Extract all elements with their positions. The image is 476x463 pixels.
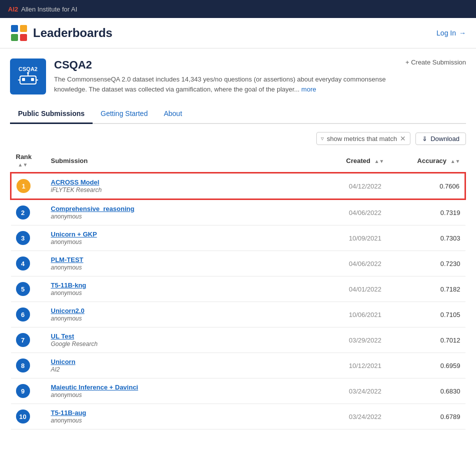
header-title: Leaderboards <box>33 26 113 40</box>
rank-cell: 2 <box>11 200 46 226</box>
accuracy-cell: 0.7012 <box>405 328 465 353</box>
table-row[interactable]: 7UL TestGoogle Research03/29/20220.7012 <box>11 328 465 353</box>
download-button[interactable]: ⇓ Download <box>415 132 466 145</box>
submission-org: anonymous <box>51 315 82 322</box>
submission-org: iFLYTEK Research <box>51 186 102 194</box>
created-date: 04/06/2022 <box>349 209 381 216</box>
accuracy-cell: 0.6830 <box>405 378 465 404</box>
submission-org: anonymous <box>51 290 82 296</box>
submission-cell[interactable]: UnicornAI2 <box>46 353 325 378</box>
table-header: Rank ▲▼ Submission Created ▲▼ Accuracy ▲… <box>11 149 465 173</box>
col-rank-header[interactable]: Rank ▲▼ <box>11 149 46 173</box>
submission-name[interactable]: Comprehensive_reasoning <box>51 205 320 212</box>
svg-rect-0 <box>11 25 18 32</box>
submission-name[interactable]: Unicorn + GKP <box>51 230 320 238</box>
dataset-more-link[interactable]: more <box>301 86 316 93</box>
accuracy-value: 0.7303 <box>440 234 460 242</box>
create-submission-button[interactable]: + Create Submission <box>405 58 466 66</box>
submission-name[interactable]: T5-11B-aug <box>51 409 320 416</box>
submission-cell[interactable]: T5-11B-knganonymous <box>46 276 325 302</box>
accuracy-value: 0.6959 <box>440 362 460 370</box>
created-cell: 04/06/2022 <box>325 200 405 226</box>
created-cell: 10/09/2021 <box>325 226 405 251</box>
leaderboard-table: Rank ▲▼ Submission Created ▲▼ Accuracy ▲… <box>10 149 466 430</box>
toolbar: ▿ show metrics that match ✕ ⇓ Download <box>10 132 466 145</box>
created-date: 10/06/2021 <box>349 311 381 318</box>
rank-cell: 5 <box>11 276 46 302</box>
svg-rect-6 <box>31 78 34 81</box>
submission-cell[interactable]: Unicorn2.0anonymous <box>46 302 325 328</box>
accuracy-value: 0.7182 <box>440 286 460 293</box>
submission-name[interactable]: Unicorn <box>51 358 320 366</box>
table-row[interactable]: 9Maieutic Inference + Davincianonymous03… <box>11 378 465 404</box>
table-row[interactable]: 10T5-11B-auganonymous03/24/20220.6789 <box>11 404 465 430</box>
dataset-description: The CommonsenseQA 2.0 dataset includes 1… <box>54 74 397 94</box>
submission-org: anonymous <box>51 238 82 246</box>
accuracy-cell: 0.6959 <box>405 353 465 378</box>
accuracy-value: 0.7606 <box>439 182 459 190</box>
tab-public-submissions[interactable]: Public Submissions <box>10 104 93 124</box>
rank-badge: 4 <box>16 256 30 270</box>
ai2-logo: AI2 <box>8 6 18 13</box>
submission-name[interactable]: Maieutic Inference + Davinci <box>51 384 320 391</box>
created-date: 10/12/2021 <box>349 362 381 370</box>
table-row[interactable]: 3Unicorn + GKPanonymous10/09/20210.7303 <box>11 226 465 251</box>
accuracy-cell: 0.7182 <box>405 276 465 302</box>
svg-rect-5 <box>22 78 25 81</box>
rank-badge: 7 <box>16 333 30 347</box>
rank-cell: 9 <box>11 378 46 404</box>
accuracy-value: 0.6830 <box>440 388 460 395</box>
col-accuracy-header[interactable]: Accuracy ▲▼ <box>405 149 465 173</box>
accuracy-cell: 0.7230 <box>405 251 465 276</box>
table-row[interactable]: 6Unicorn2.0anonymous10/06/20210.7105 <box>11 302 465 328</box>
rank-badge: 6 <box>16 308 30 322</box>
tab-about[interactable]: About <box>156 104 190 124</box>
table-row[interactable]: 8UnicornAI210/12/20210.6959 <box>11 353 465 378</box>
dataset-icon-label: CSQA2 <box>18 66 38 72</box>
created-cell: 10/12/2021 <box>325 353 405 378</box>
submission-name[interactable]: ACROSS Model <box>51 178 320 186</box>
filter-box[interactable]: ▿ show metrics that match ✕ <box>316 132 410 145</box>
submission-cell[interactable]: PLM-TESTanonymous <box>46 251 325 276</box>
login-button[interactable]: Log In → <box>436 29 466 37</box>
rank-cell: 8 <box>11 353 46 378</box>
rank-sort-icon: ▲▼ <box>18 162 28 168</box>
submission-cell[interactable]: UL TestGoogle Research <box>46 328 325 353</box>
tab-getting-started[interactable]: Getting Started <box>93 104 156 124</box>
submission-name[interactable]: UL Test <box>51 332 320 340</box>
accuracy-value: 0.7319 <box>440 209 460 216</box>
table-header-row: Rank ▲▼ Submission Created ▲▼ Accuracy ▲… <box>11 149 465 173</box>
rank-badge: 3 <box>16 231 30 245</box>
table-row[interactable]: 2Comprehensive_reasoninganonymous04/06/2… <box>11 200 465 226</box>
rank-cell: 7 <box>11 328 46 353</box>
submission-name[interactable]: Unicorn2.0 <box>51 307 320 314</box>
top-nav: AI2 Allen Institute for AI <box>0 0 476 18</box>
rank-badge: 1 <box>17 179 31 193</box>
submission-org: anonymous <box>51 392 82 398</box>
submission-cell[interactable]: Maieutic Inference + Davincianonymous <box>46 378 325 404</box>
dataset-info: CSQA2 The CommonsenseQA 2.0 dataset incl… <box>54 58 397 94</box>
submission-cell[interactable]: ACROSS ModeliFLYTEK Research <box>46 173 325 200</box>
table-row[interactable]: 4PLM-TESTanonymous04/06/20220.7230 <box>11 251 465 276</box>
submission-cell[interactable]: Unicorn + GKPanonymous <box>46 226 325 251</box>
col-created-header[interactable]: Created ▲▼ <box>325 149 405 173</box>
accuracy-cell: 0.6789 <box>405 404 465 430</box>
table-row[interactable]: 5T5-11B-knganonymous04/01/20220.7182 <box>11 276 465 302</box>
submission-org: anonymous <box>51 264 82 271</box>
accuracy-value: 0.6789 <box>440 413 460 420</box>
submission-cell[interactable]: Comprehensive_reasoninganonymous <box>46 200 325 226</box>
table-row[interactable]: 1ACROSS ModeliFLYTEK Research04/12/20220… <box>11 173 465 200</box>
created-date: 03/24/2022 <box>349 413 381 420</box>
filter-clear-button[interactable]: ✕ <box>400 134 406 142</box>
submission-org: anonymous <box>51 417 82 424</box>
created-cell: 10/06/2021 <box>325 302 405 328</box>
created-date: 03/24/2022 <box>349 388 381 395</box>
submission-org: anonymous <box>51 213 82 220</box>
rank-badge: 8 <box>16 358 30 372</box>
submission-cell[interactable]: T5-11B-auganonymous <box>46 404 325 430</box>
submission-org: Google Research <box>51 340 98 348</box>
created-cell: 04/06/2022 <box>325 251 405 276</box>
svg-rect-3 <box>20 34 27 41</box>
submission-name[interactable]: T5-11B-kng <box>51 282 320 289</box>
submission-name[interactable]: PLM-TEST <box>51 256 320 264</box>
